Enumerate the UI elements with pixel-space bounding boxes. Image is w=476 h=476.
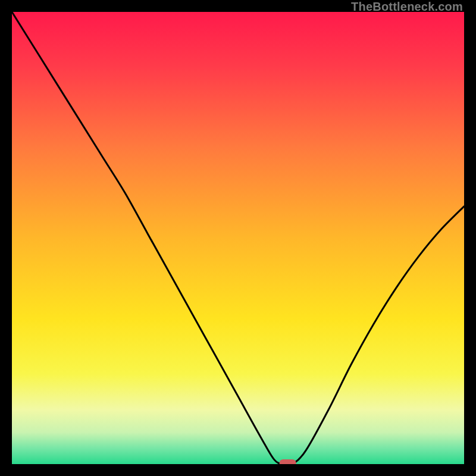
plot-area bbox=[12, 12, 464, 464]
chart-frame: TheBottleneck.com bbox=[0, 0, 476, 476]
optimal-marker bbox=[280, 459, 296, 464]
bottleneck-chart bbox=[12, 12, 464, 464]
